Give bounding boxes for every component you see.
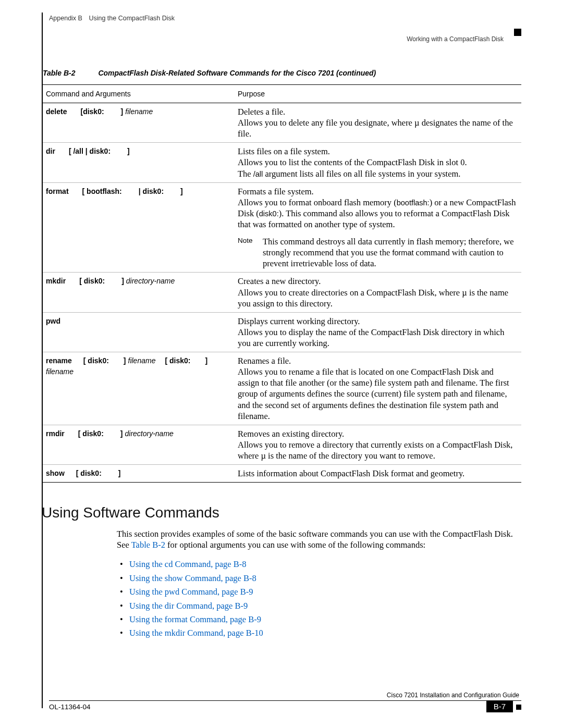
purpose-line: The /all argument lists all files on all… (238, 168, 517, 179)
cmd-arg: | disk0: (139, 187, 164, 195)
purpose-line: Allows you to remove a directory that cu… (238, 439, 517, 461)
note-label: Note (238, 236, 263, 269)
col-header-purpose: Purpose (234, 85, 521, 103)
cmd-name: delete (46, 107, 67, 116)
purpose-line: Renames a file. (238, 355, 517, 366)
cmd-arg: [ disk0: (83, 356, 109, 365)
purpose-line: Removes an existing directory. (238, 428, 517, 439)
cmd-name: format (46, 187, 69, 195)
xref-link[interactable]: Using the format Command, page B-9 (129, 614, 261, 624)
page-number-badge: B-7 (486, 700, 513, 712)
purpose-cell: Renames a file. Allows you to rename a f… (234, 352, 521, 425)
corner-mark-icon (516, 705, 521, 710)
page-footer: Cisco 7201 Installation and Configuratio… (42, 692, 521, 711)
footer-rule (49, 700, 521, 701)
purpose-cell: Displays current working directory. Allo… (234, 312, 521, 352)
list-item: Using the cd Command, page B-8 (129, 558, 521, 571)
purpose-cell: Lists information about CompactFlash Dis… (234, 465, 521, 483)
purpose-cell: Lists files on a file system. Allows you… (234, 143, 521, 182)
note-block: Note This command destroys all data curr… (238, 236, 517, 269)
table-row: rename [ disk0: ] filename [ disk0: ] fi… (42, 352, 521, 425)
cmd-arg: ] (121, 277, 124, 285)
section-body: This section provides examples of some o… (117, 528, 521, 640)
section-heading: Using Software Commands (42, 504, 521, 521)
cmd-arg: [ disk0: (79, 277, 105, 285)
xref-link[interactable]: Using the pwd Command, page B-9 (129, 587, 253, 597)
cmd-arg: [disk0: (80, 107, 104, 116)
table-header-row: Command and Arguments Purpose (42, 85, 521, 103)
cmd-name: pwd (46, 317, 60, 325)
cmd-arg-italic: directory-name (125, 429, 173, 438)
purpose-cell: Creates a new directory. Allows you to c… (234, 273, 521, 312)
purpose-line: Allows you to create directories on a Co… (238, 287, 517, 309)
table-row: rmdir [ disk0: ] directory-name Removes … (42, 425, 521, 464)
cmd-cell: rmdir [ disk0: ] directory-name (42, 425, 234, 464)
table-title: CompactFlash Disk-Related Software Comma… (98, 69, 376, 77)
cmd-arg-italic: filename (128, 356, 156, 365)
cmd-name: rename (46, 356, 72, 365)
cmd-cell: dir [ /all | disk0: ] (42, 143, 234, 182)
cmd-name: rmdir (46, 429, 65, 438)
cmd-cell: delete [disk0: ] filename (42, 103, 234, 143)
running-header-left: Appendix B Using the CompactFlash Disk (49, 15, 521, 22)
purpose-line: Allows you to rename a file that is loca… (238, 366, 517, 422)
xref-table[interactable]: Table B-2 (131, 540, 165, 550)
list-item: Using the pwd Command, page B-9 (129, 585, 521, 599)
left-rule (42, 13, 43, 708)
cmd-arg-italic: filename (46, 367, 74, 376)
purpose-cell: Deletes a file. Allows you to delete any… (234, 103, 521, 143)
col-header-command: Command and Arguments (42, 85, 234, 103)
cmd-arg: [ disk0: (78, 429, 104, 438)
cmd-name: dir (46, 147, 55, 155)
commands-table: Command and Arguments Purpose delete [di… (42, 84, 521, 483)
cmd-arg: [ disk0: (76, 469, 102, 477)
cmd-arg: ] (180, 187, 183, 195)
footer-doc-number: OL-11364-04 (49, 703, 91, 711)
cmd-name: mkdir (46, 277, 66, 285)
purpose-cell: Formats a file system. Allows you to for… (234, 182, 521, 273)
cmd-arg-italic: directory-name (126, 277, 175, 285)
link-list: Using the cd Command, page B-8 Using the… (129, 558, 521, 640)
purpose-line: Allows you to display the name of the Co… (238, 327, 517, 349)
table-row: show [ disk0: ] Lists information about … (42, 465, 521, 483)
cmd-arg: ] (124, 356, 126, 365)
purpose-line: Lists files on a file system. (238, 146, 517, 157)
cmd-arg: ] (127, 147, 130, 155)
purpose-cell: Removes an existing directory. Allows yo… (234, 425, 521, 464)
cmd-arg: [ disk0: (165, 356, 190, 365)
table-caption: Table B-2 CompactFlash Disk-Related Soft… (43, 69, 521, 77)
cmd-cell: mkdir [ disk0: ] directory-name (42, 273, 234, 312)
section-intro: This section provides examples of some o… (117, 528, 521, 550)
running-header-right: Working with a CompactFlash Disk (42, 35, 504, 43)
cmd-arg: ] (121, 107, 124, 116)
xref-link[interactable]: Using the mkdir Command, page B-10 (129, 628, 263, 638)
purpose-line: Deletes a file. (238, 106, 517, 117)
corner-mark-icon (514, 29, 521, 36)
table-row: pwd Displays current working directory. … (42, 312, 521, 352)
cmd-arg: ] (205, 356, 207, 365)
table-row: format [ bootflash: | disk0: ] Formats a… (42, 182, 521, 273)
cmd-cell: show [ disk0: ] (42, 465, 234, 483)
page: Appendix B Using the CompactFlash Disk W… (0, 0, 563, 728)
table-row: dir [ /all | disk0: ] Lists files on a f… (42, 143, 521, 182)
purpose-line: Lists information about CompactFlash Dis… (238, 468, 517, 479)
xref-link[interactable]: Using the show Command, page B-8 (129, 573, 256, 583)
purpose-line: Allows you to delete any file you design… (238, 117, 517, 139)
cmd-cell: rename [ disk0: ] filename [ disk0: ] fi… (42, 352, 234, 425)
cmd-cell: format [ bootflash: | disk0: ] (42, 182, 234, 273)
cmd-arg: ] (118, 469, 121, 477)
cmd-arg: [ bootflash: (82, 187, 122, 195)
list-item: Using the mkdir Command, page B-10 (129, 626, 521, 640)
purpose-line: Formats a file system. (238, 186, 517, 197)
xref-link[interactable]: Using the dir Command, page B-9 (129, 601, 248, 611)
xref-link[interactable]: Using the cd Command, page B-8 (129, 559, 247, 569)
list-item: Using the show Command, page B-8 (129, 572, 521, 585)
table-row: mkdir [ disk0: ] directory-name Creates … (42, 273, 521, 312)
note-body: This command destroys all data currently… (263, 236, 517, 269)
cmd-arg: [ /all | disk0: (69, 147, 111, 155)
cmd-cell: pwd (42, 312, 234, 352)
list-item: Using the format Command, page B-9 (129, 613, 521, 626)
cmd-name: show (46, 469, 65, 477)
list-item: Using the dir Command, page B-9 (129, 599, 521, 613)
footer-guide-title: Cisco 7201 Installation and Configuratio… (42, 692, 521, 699)
